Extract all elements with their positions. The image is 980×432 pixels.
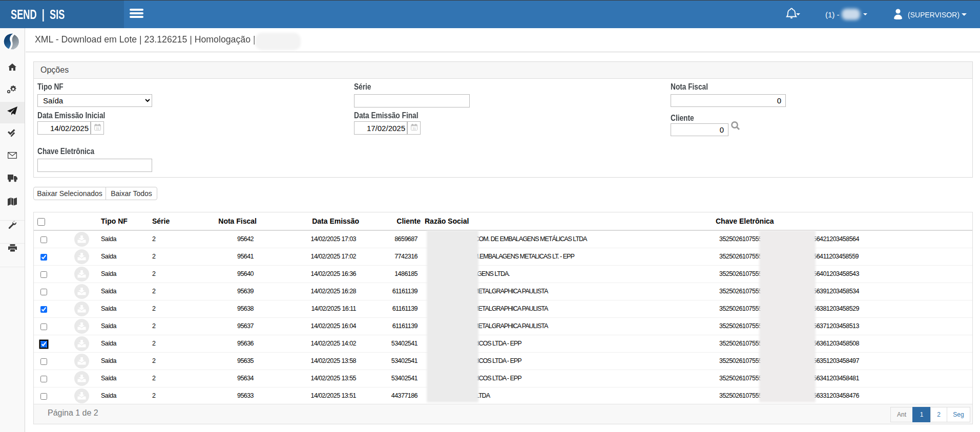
svg-text:31: 31 xyxy=(96,127,99,130)
svg-text:31: 31 xyxy=(412,127,416,130)
